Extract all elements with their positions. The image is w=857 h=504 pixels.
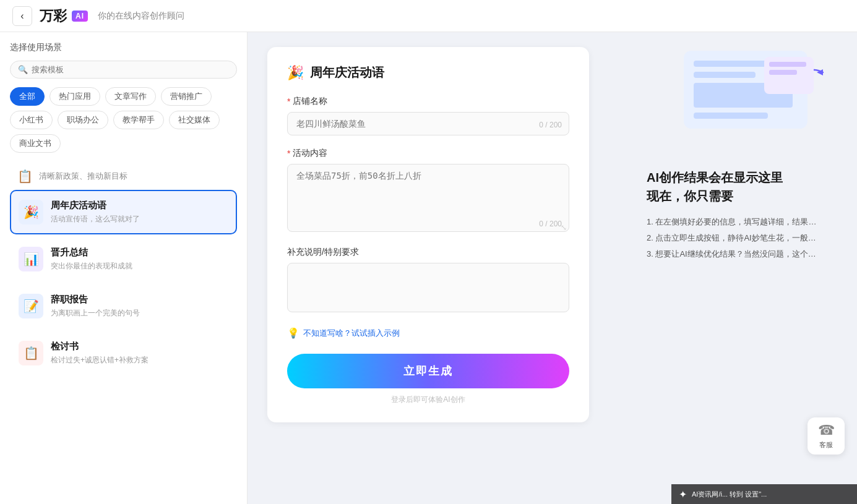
item-title-anniversary: 周年庆活动语 xyxy=(51,200,228,211)
label-text-activity: 活动内容 xyxy=(293,148,327,159)
header-subtitle: 你的在线内容创作顾问 xyxy=(98,11,184,22)
supplement-textarea[interactable] xyxy=(287,263,569,312)
form-card: 🎉 周年庆活动语 * 店铺名称 0 / 200 * 活动内容 xyxy=(267,47,589,422)
ai-hint-list: 1. 在左侧填好必要的信息，填写越详细，结果越准... 2. 点击立即生成按钮，… xyxy=(647,214,832,262)
item-title-promotion: 晋升总结 xyxy=(51,247,228,258)
sep-label: 清晰新政策、推动新目标 xyxy=(39,171,127,182)
cs-icon: ☎ xyxy=(818,422,835,438)
tag-xiaohongshu[interactable]: 小红书 xyxy=(10,111,53,129)
field-label-supplement: 补充说明/特别要求 xyxy=(287,247,569,258)
logo-ai-badge: AI xyxy=(72,11,88,22)
activity-content-textarea[interactable] xyxy=(287,164,569,232)
search-box: 🔍 xyxy=(10,61,237,79)
hint-row: 💡 不知道写啥？试试插入示例 xyxy=(287,327,569,339)
banner-icon: ✦ xyxy=(679,489,687,500)
search-icon: 🔍 xyxy=(18,65,28,74)
item-content-review: 检讨书 检讨过失+诚恩认错+补救方案 xyxy=(51,341,228,365)
item-content-resignation: 辞职报告 为离职画上一个完美的句号 xyxy=(51,294,228,318)
field-input-wrap-activity: 0 / 200 ⤡ xyxy=(287,164,569,234)
item-desc-resignation: 为离职画上一个完美的句号 xyxy=(51,308,228,318)
hint-icon: 💡 xyxy=(287,327,299,339)
field-supplement: 补充说明/特别要求 xyxy=(287,247,569,315)
ai-hint-title-2: 现在，你只需要 xyxy=(647,189,733,203)
logo-area: 万彩 AI xyxy=(40,7,88,25)
item-icon-anniversary: 🎉 xyxy=(19,200,43,224)
customer-service-button[interactable]: ☎ 客服 xyxy=(807,417,845,455)
list-item-resignation[interactable]: 📝 辞职报告 为离职画上一个完美的句号 xyxy=(10,284,237,328)
form-header: 🎉 周年庆活动语 xyxy=(287,64,569,81)
back-button[interactable]: ‹ xyxy=(12,6,32,26)
list-item-promotion[interactable]: 📊 晋升总结 突出你最佳的表现和成就 xyxy=(10,237,237,281)
main-layout: 选择使用场景 🔍 全部 热门应用 文章写作 营销推广 小红书 职场办公 教学帮手… xyxy=(0,32,857,504)
required-mark-1: * xyxy=(287,96,290,106)
item-icon-review: 📋 xyxy=(19,341,43,365)
ai-step-3: 3. 想要让AI继续优化结果？当然没问题，这个功能... xyxy=(647,246,820,262)
ai-step-1: 1. 在左侧填好必要的信息，填写越详细，结果越准... xyxy=(647,214,820,230)
tag-article[interactable]: 文章写作 xyxy=(105,87,156,106)
item-content-promotion: 晋升总结 突出你最佳的表现和成就 xyxy=(51,247,228,271)
cs-label: 客服 xyxy=(819,440,833,450)
tag-hot[interactable]: 热门应用 xyxy=(50,87,100,106)
tag-business[interactable]: 商业文书 xyxy=(10,134,61,153)
sep-item: 📋 清晰新政策、推动新目标 xyxy=(10,163,237,190)
ai-step-2: 2. 点击立即生成按钮，静待AI妙笔生花，一般在1秒... xyxy=(647,230,820,246)
sep-icon: 📋 xyxy=(17,169,33,184)
char-count-shop: 0 / 200 xyxy=(539,121,562,129)
tag-teaching[interactable]: 教学帮手 xyxy=(113,111,164,129)
ai-hint-title-1: AI创作结果会在显示这里 xyxy=(647,171,783,184)
banner-text: AI资讯网/i... 转到 设置"... xyxy=(692,490,767,499)
deco-illustration xyxy=(684,51,807,129)
char-count-activity: 0 / 200 xyxy=(539,220,562,228)
field-shop-name: * 店铺名称 0 / 200 xyxy=(287,96,569,135)
logo-text: 万彩 xyxy=(40,7,67,25)
tag-office[interactable]: 职场办公 xyxy=(58,111,108,129)
sidebar: 选择使用场景 🔍 全部 热门应用 文章写作 营销推广 小红书 职场办公 教学帮手… xyxy=(0,32,248,504)
field-input-wrap-supplement xyxy=(287,263,569,315)
field-label-shop: * 店铺名称 xyxy=(287,96,569,107)
back-icon: ‹ xyxy=(20,11,24,22)
required-mark-2: * xyxy=(287,148,290,158)
svg-marker-0 xyxy=(817,69,823,75)
shop-name-input[interactable] xyxy=(287,112,569,135)
label-text-supplement: 补充说明/特别要求 xyxy=(287,247,359,258)
bottom-banner: ✦ AI资讯网/i... 转到 设置"... xyxy=(671,484,857,504)
item-icon-promotion: 📊 xyxy=(19,247,43,271)
item-desc-promotion: 突出你最佳的表现和成就 xyxy=(51,261,228,271)
tag-marketing[interactable]: 营销推广 xyxy=(161,87,212,106)
item-desc-review: 检讨过失+诚恩认错+补救方案 xyxy=(51,355,228,365)
item-title-resignation: 辞职报告 xyxy=(51,294,228,305)
list-item-review[interactable]: 📋 检讨书 检讨过失+诚恩认错+补救方案 xyxy=(10,331,237,375)
header: ‹ 万彩 AI 你的在线内容创作顾问 xyxy=(0,0,857,32)
tags-area: 全部 热门应用 文章写作 营销推广 小红书 职场办公 教学帮手 社交媒体 商业文… xyxy=(10,87,237,153)
tag-all[interactable]: 全部 xyxy=(10,87,45,106)
item-desc-anniversary: 活动宣传语，这么写就对了 xyxy=(51,214,228,224)
main-content: 🎉 周年庆活动语 * 店铺名称 0 / 200 * 活动内容 xyxy=(248,32,857,504)
field-input-wrap-shop: 0 / 200 xyxy=(287,112,569,135)
form-title: 周年庆活动语 xyxy=(310,64,384,81)
resize-handle: ⤡ xyxy=(561,223,567,232)
form-header-icon: 🎉 xyxy=(287,65,304,81)
search-input[interactable] xyxy=(32,65,229,74)
sidebar-title: 选择使用场景 xyxy=(10,42,237,53)
item-title-review: 检讨书 xyxy=(51,341,228,352)
field-activity: * 活动内容 0 / 200 ⤡ xyxy=(287,148,569,234)
ai-hint-box: AI创作结果会在显示这里 现在，你只需要 1. 在左侧填好必要的信息，填写越详细… xyxy=(647,168,832,262)
generate-button[interactable]: 立即生成 xyxy=(287,354,569,388)
field-label-activity: * 活动内容 xyxy=(287,148,569,159)
label-text-shop: 店铺名称 xyxy=(293,96,327,107)
login-hint: 登录后即可体验AI创作 xyxy=(287,395,569,405)
list-item-anniversary[interactable]: 🎉 周年庆活动语 活动宣传语，这么写就对了 xyxy=(10,190,237,234)
item-content-anniversary: 周年庆活动语 活动宣传语，这么写就对了 xyxy=(51,200,228,224)
tag-social[interactable]: 社交媒体 xyxy=(169,111,220,129)
hint-link[interactable]: 不知道写啥？试试插入示例 xyxy=(303,328,400,339)
item-icon-resignation: 📝 xyxy=(19,294,43,318)
